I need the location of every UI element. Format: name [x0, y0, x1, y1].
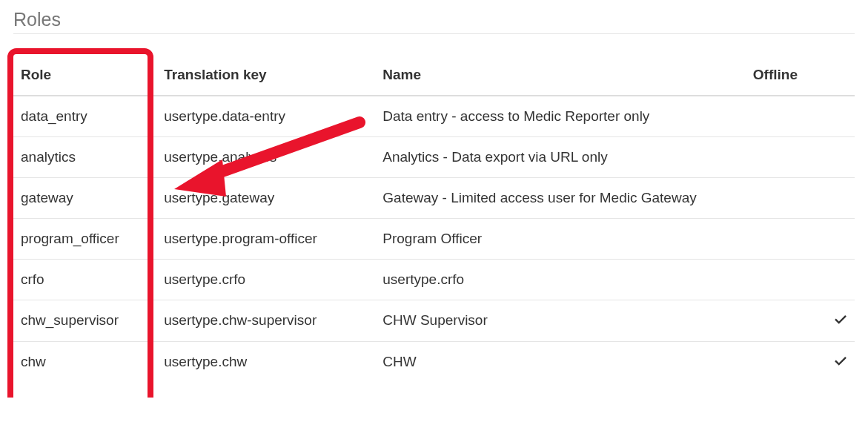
- cell-translation-key: usertype.analytics: [156, 137, 375, 178]
- cell-offline: [746, 96, 855, 137]
- table-header-row: Role Translation key Name Offline: [13, 52, 855, 96]
- cell-name: usertype.crfo: [375, 260, 746, 300]
- cell-offline: [746, 178, 855, 219]
- cell-translation-key: usertype.program-officer: [156, 219, 375, 260]
- table-row[interactable]: crfo usertype.crfo usertype.crfo: [13, 260, 855, 300]
- table-row[interactable]: chw_supervisor usertype.chw-supervisor C…: [13, 300, 855, 342]
- cell-translation-key: usertype.chw-supervisor: [156, 300, 375, 342]
- page-title: Roles: [13, 9, 855, 34]
- cell-translation-key: usertype.data-entry: [156, 96, 375, 137]
- cell-name: Data entry - access to Medic Reporter on…: [375, 96, 746, 137]
- cell-offline: [746, 219, 855, 260]
- col-header-offline: Offline: [746, 52, 855, 96]
- cell-offline: [746, 137, 855, 178]
- cell-offline: [746, 260, 855, 300]
- table-row[interactable]: chw usertype.chw CHW: [13, 342, 855, 383]
- cell-role: program_officer: [13, 219, 156, 260]
- cell-name: CHW Supervisor: [375, 300, 746, 342]
- cell-role: analytics: [13, 137, 156, 178]
- check-icon: [834, 312, 847, 326]
- check-icon: [834, 354, 847, 367]
- cell-name: Analytics - Data export via URL only: [375, 137, 746, 178]
- col-header-name: Name: [375, 52, 746, 96]
- cell-role: chw_supervisor: [13, 300, 156, 342]
- cell-role: chw: [13, 342, 156, 383]
- table-row[interactable]: gateway usertype.gateway Gateway - Limit…: [13, 178, 855, 219]
- cell-offline: [746, 300, 855, 342]
- col-header-translation-key: Translation key: [156, 52, 375, 96]
- table-row[interactable]: analytics usertype.analytics Analytics -…: [13, 137, 855, 178]
- cell-translation-key: usertype.gateway: [156, 178, 375, 219]
- cell-translation-key: usertype.chw: [156, 342, 375, 383]
- cell-name: Gateway - Limited access user for Medic …: [375, 178, 746, 219]
- cell-translation-key: usertype.crfo: [156, 260, 375, 300]
- table-row[interactable]: program_officer usertype.program-officer…: [13, 219, 855, 260]
- cell-offline: [746, 342, 855, 383]
- cell-name: CHW: [375, 342, 746, 383]
- cell-role: data_entry: [13, 96, 156, 137]
- cell-role: gateway: [13, 178, 156, 219]
- cell-name: Program Officer: [375, 219, 746, 260]
- roles-table: Role Translation key Name Offline data_e…: [13, 52, 855, 383]
- roles-tbody: data_entry usertype.data-entry Data entr…: [13, 96, 855, 383]
- cell-role: crfo: [13, 260, 156, 300]
- col-header-role: Role: [13, 52, 156, 96]
- table-row[interactable]: data_entry usertype.data-entry Data entr…: [13, 96, 855, 137]
